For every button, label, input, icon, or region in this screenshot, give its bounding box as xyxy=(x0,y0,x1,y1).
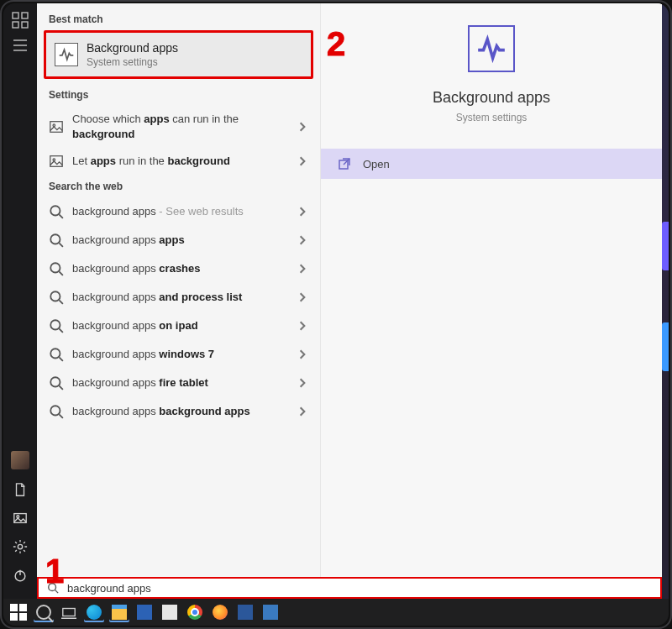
power-icon[interactable] xyxy=(12,567,29,584)
window-root: Best match Background apps System settin… xyxy=(3,3,669,626)
user-avatar[interactable] xyxy=(11,451,29,469)
svg-point-22 xyxy=(50,291,60,301)
list-icon xyxy=(12,37,29,54)
preview-actions: Open xyxy=(321,149,662,179)
taskbar-start-button[interactable] xyxy=(8,602,29,622)
apps-grid-icon xyxy=(12,12,29,29)
chevron-right-icon xyxy=(297,349,308,360)
search-icon xyxy=(49,347,64,362)
open-button[interactable]: Open xyxy=(321,149,662,179)
svg-rect-12 xyxy=(50,121,62,132)
picture-icon xyxy=(49,119,64,134)
pictures-icon[interactable] xyxy=(12,510,29,527)
settings-result-1[interactable]: Let apps run in the background xyxy=(37,147,320,176)
best-match-item[interactable]: Background apps System settings xyxy=(44,30,313,79)
svg-rect-35 xyxy=(63,609,75,616)
svg-rect-3 xyxy=(22,22,28,28)
open-label: Open xyxy=(363,158,390,170)
svg-rect-14 xyxy=(50,156,62,167)
web-result-4[interactable]: background apps on ipad xyxy=(37,312,320,340)
web-result-2[interactable]: background apps crashes xyxy=(37,254,320,283)
settings-result-0[interactable]: Choose which apps can run in the backgro… xyxy=(37,106,320,147)
chevron-right-icon xyxy=(297,234,308,246)
svg-point-28 xyxy=(50,377,60,386)
results-column: Best match Background apps System settin… xyxy=(37,3,321,577)
web-result-text: background apps on ipad xyxy=(72,318,288,333)
web-result-7[interactable]: background apps background apps xyxy=(37,397,320,426)
search-icon xyxy=(49,204,64,219)
search-icon xyxy=(49,261,64,276)
search-icon xyxy=(49,404,64,419)
chevron-right-icon xyxy=(297,155,308,167)
svg-point-26 xyxy=(50,349,60,358)
taskbar-app-word[interactable] xyxy=(235,602,255,622)
chevron-right-icon xyxy=(297,320,308,332)
search-input[interactable] xyxy=(67,582,652,595)
svg-rect-7 xyxy=(14,514,26,523)
taskbar-app-chrome[interactable] xyxy=(185,602,205,622)
svg-point-16 xyxy=(50,206,60,215)
search-icon xyxy=(49,233,64,248)
svg-point-20 xyxy=(50,263,60,272)
preview-column: Background apps System settings Open xyxy=(321,3,662,577)
svg-rect-0 xyxy=(13,13,18,18)
annotation-1: 1 xyxy=(45,553,64,590)
svg-point-15 xyxy=(53,159,55,161)
svg-point-9 xyxy=(18,544,22,548)
desktop-window-edge-1 xyxy=(662,222,669,270)
chevron-right-icon xyxy=(297,377,308,389)
chevron-right-icon xyxy=(297,406,308,417)
svg-point-18 xyxy=(50,234,60,244)
documents-icon[interactable] xyxy=(12,481,29,498)
svg-line-19 xyxy=(59,243,63,247)
settings-gear-icon[interactable] xyxy=(12,538,29,555)
search-bar[interactable] xyxy=(37,577,662,599)
preview-subtitle: System settings xyxy=(456,112,528,123)
open-icon xyxy=(338,157,351,170)
search-icon xyxy=(49,375,64,391)
web-result-text: background apps crashes xyxy=(72,261,288,276)
annotation-2: 2 xyxy=(327,25,345,63)
taskbar-app-edge[interactable] xyxy=(84,602,104,622)
taskbar-app-explorer[interactable] xyxy=(109,602,129,622)
web-result-1[interactable]: background apps apps xyxy=(37,226,320,254)
taskbar-app-10[interactable] xyxy=(260,602,281,622)
section-best-match: Best match xyxy=(37,8,320,30)
web-result-3[interactable]: background apps and process list xyxy=(37,283,320,312)
picture-icon xyxy=(49,154,64,169)
settings-result-1-text: Let apps run in the background xyxy=(72,154,288,169)
svg-rect-2 xyxy=(13,22,18,28)
svg-line-29 xyxy=(59,385,63,390)
start-left-rail xyxy=(3,3,37,599)
taskbar-app-firefox[interactable] xyxy=(210,602,230,622)
preview-title: Background apps xyxy=(433,89,550,107)
chevron-right-icon xyxy=(297,121,308,133)
svg-rect-1 xyxy=(22,13,28,18)
svg-line-34 xyxy=(55,590,59,594)
desktop-peek xyxy=(662,3,669,599)
settings-result-0-text: Choose which apps can run in the backgro… xyxy=(72,112,288,141)
svg-line-27 xyxy=(59,357,63,361)
taskbar-taskview-button[interactable] xyxy=(59,602,79,622)
desktop-window-edge-2 xyxy=(662,322,669,371)
search-results-panel: Best match Background apps System settin… xyxy=(37,3,662,577)
best-match-subtitle: System settings xyxy=(87,56,178,68)
best-match-title: Background apps xyxy=(87,41,178,55)
taskbar-app-store[interactable] xyxy=(134,602,155,622)
search-icon xyxy=(49,290,64,305)
web-result-5[interactable]: background apps windows 7 xyxy=(37,340,320,369)
taskbar-app-mail[interactable] xyxy=(160,602,180,622)
section-settings: Settings xyxy=(37,84,320,106)
web-result-text: background apps fire tablet xyxy=(72,375,288,391)
svg-line-23 xyxy=(59,300,63,304)
chevron-right-icon xyxy=(297,291,308,303)
svg-line-21 xyxy=(59,271,63,275)
web-result-0[interactable]: background apps - See web results xyxy=(37,197,320,226)
activity-monitor-icon xyxy=(468,25,515,72)
taskbar xyxy=(3,599,669,626)
web-result-6[interactable]: background apps fire tablet xyxy=(37,369,320,397)
chevron-right-icon xyxy=(297,263,308,275)
web-result-text: background apps and process list xyxy=(72,290,288,305)
svg-line-17 xyxy=(59,214,63,218)
taskbar-search-button[interactable] xyxy=(34,602,54,622)
